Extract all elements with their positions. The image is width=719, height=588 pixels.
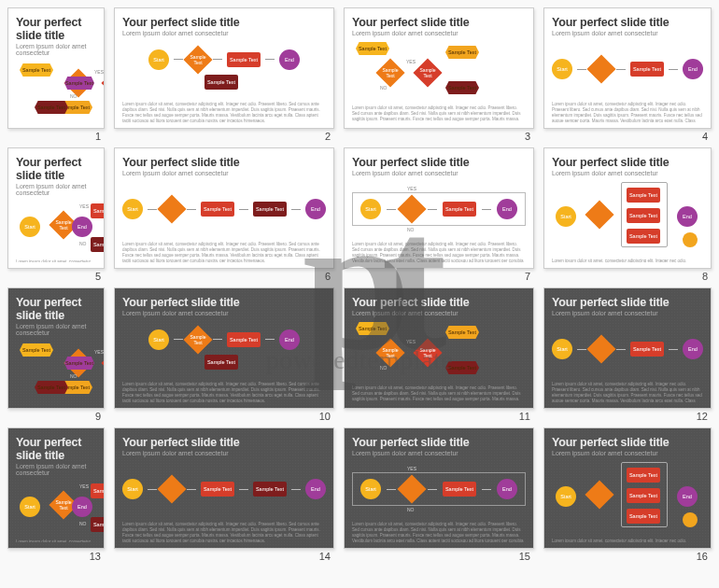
flow-shape: Sample Text xyxy=(91,203,105,218)
slide-subtitle: Lorem ipsum dolor amet consectetur xyxy=(16,43,96,56)
slide-thumbnail[interactable]: Your perfect slide titleLorem ipsum dolo… xyxy=(344,7,534,142)
flow-shape: Sample Text xyxy=(630,342,664,357)
flow-shape xyxy=(683,232,698,247)
slide-subtitle: Lorem ipsum dolor amet consectetur xyxy=(122,450,326,456)
flow-shape: Start xyxy=(552,339,572,359)
flow-shape xyxy=(586,334,615,363)
slide-card: Your perfect slide titleLorem ipsum dolo… xyxy=(344,147,534,269)
slide-index: 4 xyxy=(543,129,712,142)
connector xyxy=(239,209,248,210)
flow-shape: Start xyxy=(556,486,576,507)
slide-index: 16 xyxy=(543,549,712,562)
slide-thumbnail[interactable]: Your perfect slide titleLorem ipsum dolo… xyxy=(114,7,334,142)
slide-title: Your perfect slide title xyxy=(352,296,526,309)
slide-index: 1 xyxy=(7,129,105,142)
flow-shape: Sample Text xyxy=(443,482,476,497)
flow-shape: End xyxy=(677,206,698,227)
flow-shape: Sample Text xyxy=(356,42,389,55)
flowchart-diagram: Sample TextSample TextSample TextSample … xyxy=(16,60,96,123)
flow-shape: Start xyxy=(360,479,381,499)
slide-body-text: Lorem ipsum dolor sit amet, consectetur … xyxy=(122,102,326,122)
slide-body-text: Lorem ipsum dolor sit amet, consectetur … xyxy=(352,522,526,542)
slide-card: Your perfect slide titleLorem ipsum dolo… xyxy=(7,147,105,269)
slide-title: Your perfect slide title xyxy=(16,296,96,322)
slide-index: 10 xyxy=(114,409,334,422)
slide-index: 7 xyxy=(344,269,534,282)
slide-index: 2 xyxy=(114,129,334,142)
connector xyxy=(239,489,248,490)
flow-shape: Sample Text xyxy=(445,81,479,94)
flow-shape: Sample Text xyxy=(445,46,479,59)
flowchart-diagram: StartSample TextEndYESNO xyxy=(352,180,526,238)
slide-thumbnail[interactable]: Your perfect slide titleLorem ipsum dolo… xyxy=(7,287,105,422)
flow-shape: Sample Text xyxy=(627,188,660,203)
flow-shape: End xyxy=(279,49,300,70)
flow-shape: Sample Text xyxy=(627,468,660,483)
slide-card: Your perfect slide titleLorem ipsum dolo… xyxy=(543,287,712,409)
connector xyxy=(187,489,196,490)
slide-card: Your perfect slide titleLorem ipsum dolo… xyxy=(543,147,712,269)
slide-subtitle: Lorem ipsum dolor amet consectetur xyxy=(352,30,526,36)
flowchart-diagram: StartSample TextSample TextSample TextEn… xyxy=(16,480,96,536)
flow-shape xyxy=(586,54,615,83)
connector xyxy=(577,349,586,350)
flow-shape: End xyxy=(305,199,326,219)
slide-index: 9 xyxy=(7,409,105,422)
slide-index: 12 xyxy=(543,409,712,422)
flow-shape xyxy=(683,512,698,527)
slide-thumbnail[interactable]: Your perfect slide titleLorem ipsum dolo… xyxy=(114,427,334,562)
connector xyxy=(291,489,301,490)
flow-shape: End xyxy=(72,217,92,237)
slide-thumbnail[interactable]: Your perfect slide titleLorem ipsum dolo… xyxy=(7,427,105,562)
slide-title: Your perfect slide title xyxy=(16,16,96,42)
flow-shape: End xyxy=(72,497,92,517)
slide-thumbnail[interactable]: Your perfect slide titleLorem ipsum dolo… xyxy=(344,147,534,282)
slide-index: 8 xyxy=(543,269,712,282)
slide-thumbnail[interactable]: Your perfect slide titleLorem ipsum dolo… xyxy=(543,287,712,422)
flowchart-diagram: StartSample TextSample TextSample TextEn… xyxy=(552,180,703,255)
flow-shape xyxy=(397,474,426,503)
flowchart-diagram: Sample TextSample TextSample TextSample … xyxy=(352,320,526,382)
slide-thumbnail[interactable]: Your perfect slide titleLorem ipsum dolo… xyxy=(543,147,712,282)
flow-shape: End xyxy=(497,199,517,219)
flow-shape xyxy=(157,474,186,503)
flowchart-diagram: StartSample TextSample TextEnd xyxy=(122,180,326,238)
slide-thumbnail[interactable]: Your perfect slide titleLorem ipsum dolo… xyxy=(114,287,334,422)
slide-subtitle: Lorem ipsum dolor amet consectetur xyxy=(352,310,526,316)
slide-subtitle: Lorem ipsum dolor amet consectetur xyxy=(352,170,526,176)
flow-shape: Start xyxy=(552,59,572,79)
connector xyxy=(174,59,183,60)
slide-body-text: Lorem ipsum dolor sit amet, consectetur … xyxy=(16,539,96,542)
slide-title: Your perfect slide title xyxy=(16,436,96,462)
slide-subtitle: Lorem ipsum dolor amet consectetur xyxy=(122,170,326,176)
slide-body-text: Lorem ipsum dolor sit amet, consectetur … xyxy=(552,382,703,402)
slide-subtitle: Lorem ipsum dolor amet consectetur xyxy=(16,183,96,196)
slide-thumbnail[interactable]: Your perfect slide titleLorem ipsum dolo… xyxy=(543,427,712,562)
flow-shape: Sample Text xyxy=(183,325,212,354)
flow-shape: Sample Text xyxy=(413,338,442,367)
flow-shape: Sample Text xyxy=(253,202,287,217)
flowchart-diagram: Sample TextSample TextSample TextSample … xyxy=(16,340,96,403)
slide-thumbnail[interactable]: Your perfect slide titleLorem ipsum dolo… xyxy=(114,147,334,282)
slide-thumbnail[interactable]: Your perfect slide titleLorem ipsum dolo… xyxy=(543,7,712,142)
slide-title: Your perfect slide title xyxy=(352,436,526,449)
slide-subtitle: Lorem ipsum dolor amet consectetur xyxy=(552,170,703,176)
slide-thumbnail[interactable]: Your perfect slide titleLorem ipsum dolo… xyxy=(7,147,105,282)
flow-shape: Start xyxy=(556,206,576,227)
connector xyxy=(187,209,196,210)
slide-title: Your perfect slide title xyxy=(122,16,326,29)
slide-title: Your perfect slide title xyxy=(552,296,703,309)
slide-subtitle: Lorem ipsum dolor amet consectetur xyxy=(16,323,96,336)
slide-subtitle: Lorem ipsum dolor amet consectetur xyxy=(122,310,326,316)
flowchart-diagram: StartSample TextSample TextSample TextEn… xyxy=(552,460,703,535)
flow-shape: Sample Text xyxy=(201,482,234,497)
flow-shape: Start xyxy=(360,199,381,219)
slide-title: Your perfect slide title xyxy=(122,436,326,449)
slide-gallery: Your perfect slide titleLorem ipsum dolo… xyxy=(0,0,719,569)
flow-shape xyxy=(397,194,426,223)
flow-shape xyxy=(157,194,186,223)
slide-thumbnail[interactable]: Your perfect slide titleLorem ipsum dolo… xyxy=(344,287,534,422)
slide-thumbnail[interactable]: Your perfect slide titleLorem ipsum dolo… xyxy=(344,427,534,562)
slide-thumbnail[interactable]: Your perfect slide titleLorem ipsum dolo… xyxy=(7,7,105,142)
connector xyxy=(148,209,157,210)
